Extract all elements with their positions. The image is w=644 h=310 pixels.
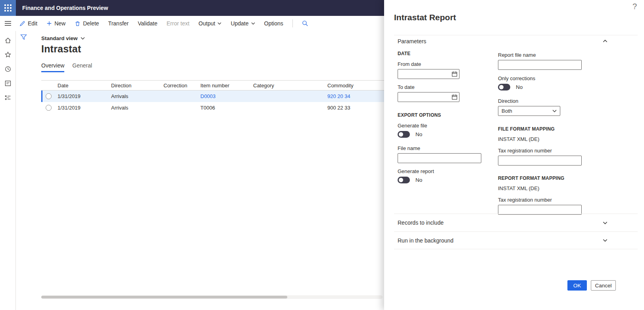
left-nav-sidebar	[0, 31, 16, 310]
toggle-knob	[499, 85, 504, 89]
column-header-category[interactable]: Category	[253, 83, 327, 89]
parameters-left-column: DATE From date To date EXPORT OPTIONS Ge…	[398, 51, 486, 183]
edit-label: Edit	[28, 20, 37, 27]
chevron-up-icon	[603, 40, 607, 42]
update-menu-button[interactable]: Update	[231, 20, 255, 27]
new-label: New	[54, 20, 65, 27]
run-in-background-section[interactable]: Run in the background	[394, 231, 638, 249]
cell-item-number-link[interactable]: D0003	[200, 93, 253, 99]
transfer-button[interactable]: Transfer	[108, 20, 129, 27]
error-text-button: Error text	[167, 20, 190, 27]
top-navbar: Finance and Operations Preview	[0, 0, 384, 16]
new-button[interactable]: New	[46, 20, 65, 27]
table-row[interactable]: 1/31/2019 Arrivals T0006 900 22 33	[41, 102, 384, 114]
sidebar-item-modules[interactable]	[0, 90, 16, 105]
trash-icon	[75, 21, 81, 27]
clock-icon	[4, 65, 12, 73]
chevron-down-icon	[81, 37, 85, 40]
nav-menu-button[interactable]	[0, 16, 16, 31]
filter-button[interactable]	[20, 34, 27, 40]
sidebar-item-favorites[interactable]	[0, 48, 16, 62]
direction-select[interactable]: Both	[498, 106, 560, 116]
plus-icon	[46, 21, 52, 26]
horizontal-scrollbar[interactable]	[41, 295, 383, 299]
tab-general[interactable]: General	[72, 62, 92, 72]
row-radio[interactable]	[46, 105, 52, 111]
page-title: Intrastat	[41, 43, 81, 55]
ok-button[interactable]: OK	[567, 280, 587, 291]
sidebar-item-recent[interactable]	[0, 62, 16, 76]
cell-date: 1/31/2019	[58, 93, 111, 99]
run-in-background-label: Run in the background	[398, 237, 454, 244]
report-file-name-input[interactable]	[498, 60, 582, 70]
generate-report-toggle[interactable]	[398, 177, 410, 183]
home-icon	[4, 37, 12, 44]
row-radio[interactable]	[46, 93, 52, 99]
only-corrections-toggle[interactable]	[498, 84, 510, 90]
chevron-down-icon	[603, 239, 607, 242]
records-to-include-section[interactable]: Records to include	[394, 214, 638, 231]
delete-label: Delete	[83, 20, 99, 27]
intrastat-grid: Date Direction Correction Item number Ca…	[41, 80, 384, 114]
sidebar-item-workspaces[interactable]	[0, 76, 16, 90]
from-date-label: From date	[398, 61, 486, 67]
report-file-name-label: Report file name	[498, 52, 583, 58]
tab-overview[interactable]: Overview	[41, 62, 64, 72]
cell-direction: Arrivals	[111, 105, 163, 111]
generate-file-toggle[interactable]	[398, 131, 410, 138]
edit-button[interactable]: Edit	[19, 20, 37, 27]
cancel-button[interactable]: Cancel	[591, 280, 616, 291]
column-header-commodity[interactable]: Commodity	[327, 83, 384, 89]
calendar-icon[interactable]	[452, 71, 458, 77]
help-icon[interactable]: ?	[632, 2, 637, 11]
to-date-label: To date	[398, 84, 486, 90]
page-tabs: Overview General	[41, 62, 92, 72]
from-date-input[interactable]	[398, 69, 459, 79]
chevron-down-icon	[552, 110, 557, 112]
sidebar-item-home[interactable]	[0, 33, 16, 48]
file-name-input[interactable]	[398, 153, 481, 163]
column-header-correction[interactable]: Correction	[163, 83, 200, 89]
cell-commodity-link[interactable]: 920 20 34	[327, 93, 384, 99]
app-launcher-button[interactable]	[0, 0, 16, 16]
generate-report-value: No	[415, 177, 422, 183]
column-header-item-number[interactable]: Item number	[200, 83, 253, 89]
toggle-knob	[399, 132, 403, 137]
output-label: Output	[198, 20, 215, 27]
grid-header-row: Date Direction Correction Item number Ca…	[41, 80, 384, 90]
view-selector-label: Standard view	[41, 35, 78, 41]
to-date-input[interactable]	[398, 92, 459, 102]
modules-list-icon	[4, 94, 12, 101]
workspace-icon	[4, 80, 12, 87]
cell-date: 1/31/2019	[58, 105, 111, 111]
dialog-title: Intrastat Report	[394, 13, 456, 22]
hamburger-icon	[4, 21, 12, 26]
file-format-mapping-value: INSTAT XML (DE)	[498, 136, 583, 142]
cell-item-number: T0006	[200, 105, 253, 111]
only-corrections-value: No	[516, 84, 523, 90]
app-title: Finance and Operations Preview	[22, 5, 108, 11]
records-to-include-label: Records to include	[398, 220, 444, 226]
generate-file-value: No	[415, 131, 422, 137]
toolbar-divider	[292, 19, 293, 27]
cell-direction: Arrivals	[111, 93, 163, 99]
view-selector[interactable]: Standard view	[41, 35, 85, 41]
validate-button[interactable]: Validate	[138, 20, 158, 27]
options-button[interactable]: Options	[264, 20, 283, 27]
calendar-icon[interactable]	[452, 94, 458, 100]
pencil-icon	[19, 21, 25, 27]
tax-registration-number-input[interactable]	[498, 156, 582, 166]
tax-registration-number-label: Tax registration number	[498, 148, 583, 154]
column-header-direction[interactable]: Direction	[111, 83, 163, 89]
search-button[interactable]	[302, 20, 308, 27]
column-header-date[interactable]: Date	[58, 83, 111, 89]
delete-button[interactable]: Delete	[75, 20, 99, 27]
chevron-down-icon	[603, 221, 607, 224]
parameters-section-header[interactable]: Parameters	[394, 35, 638, 47]
table-row[interactable]: 1/31/2019 Arrivals D0003 920 20 34	[41, 90, 384, 102]
date-group-heading: DATE	[398, 51, 486, 56]
file-name-label: File name	[398, 145, 486, 151]
generate-file-label: Generate file	[398, 123, 486, 129]
scrollbar-thumb[interactable]	[41, 296, 287, 298]
output-menu-button[interactable]: Output	[198, 20, 221, 27]
